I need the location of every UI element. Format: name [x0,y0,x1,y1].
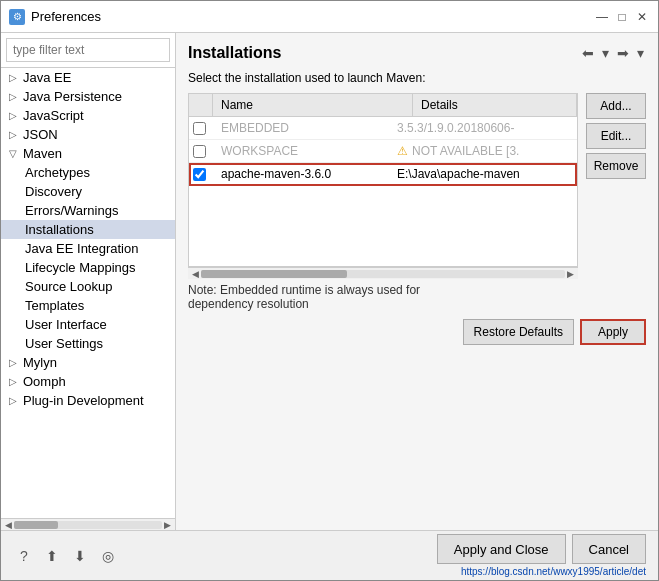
bottom-buttons: Apply and Close Cancel [437,534,646,564]
sidebar-item-java-persistence[interactable]: ▷ Java Persistence [1,87,175,106]
search-box [1,33,175,68]
nav-back-button[interactable]: ⬅ [580,43,596,63]
maximize-button[interactable]: □ [614,9,630,25]
table-wrapper: Name Details EMBEDDED 3.5.3/1.9.0.201806… [188,93,578,267]
td-checkbox [189,141,213,162]
sidebar-item-lifecycle-mappings[interactable]: Lifecycle Mappings [1,258,175,277]
sidebar-item-errors-warnings[interactable]: Errors/Warnings [1,201,175,220]
sidebar-item-label: Archetypes [25,165,90,180]
sidebar-item-javascript[interactable]: ▷ JavaScript [1,106,175,125]
sidebar-item-discovery[interactable]: Discovery [1,182,175,201]
sidebar-item-label: Errors/Warnings [25,203,118,218]
window-title: Preferences [31,9,594,24]
sidebar-item-maven[interactable]: ▽ Maven [1,144,175,163]
sidebar-item-label: Java Persistence [23,89,122,104]
sidebar-item-label: Maven [23,146,62,161]
apply-and-close-button[interactable]: Apply and Close [437,534,566,564]
sidebar-item-java-ee-integration[interactable]: Java EE Integration [1,239,175,258]
sidebar-item-label: Oomph [23,374,66,389]
h-scroll-right[interactable]: ▶ [565,269,576,279]
sidebar-item-json[interactable]: ▷ JSON [1,125,175,144]
scroll-track [14,521,162,529]
h-scroll-left[interactable]: ◀ [190,269,201,279]
table-horizontal-scrollbar[interactable]: ◀ ▶ [188,267,578,279]
note-text: Note: Embedded runtime is always used fo… [188,283,646,311]
remove-button[interactable]: Remove [586,153,646,179]
td-checkbox [189,164,213,185]
settings-icon[interactable]: ◎ [97,545,119,567]
expand-arrow: ▷ [9,395,19,406]
expand-arrow: ▷ [9,91,19,102]
h-scroll-thumb [201,270,347,278]
add-button[interactable]: Add... [586,93,646,119]
table-spacer [189,186,577,266]
help-icon[interactable]: ? [13,545,35,567]
panel-navigation: ⬅ ▾ ➡ ▾ [580,43,646,63]
minimize-button[interactable]: — [594,9,610,25]
sidebar-item-oomph[interactable]: ▷ Oomph [1,372,175,391]
th-checkbox [189,94,213,116]
expand-arrow: ▷ [9,129,19,140]
restore-defaults-button[interactable]: Restore Defaults [463,319,574,345]
apply-button[interactable]: Apply [580,319,646,345]
sidebar-horizontal-scrollbar[interactable]: ◀ ▶ [1,518,175,530]
restore-apply-row: Restore Defaults Apply [188,319,646,345]
sidebar-item-archetypes[interactable]: Archetypes [1,163,175,182]
td-details-embedded: 3.5.3/1.9.0.20180606- [389,117,577,139]
nav-forward-button[interactable]: ➡ [615,43,631,63]
bottom-bar: ? ⬆ ⬇ ◎ Apply and Close Cancel https://b… [1,530,658,580]
td-checkbox [189,118,213,139]
td-details-apache: E:\Java\apache-maven [389,163,577,185]
close-button[interactable]: ✕ [634,9,650,25]
row-checkbox-apache[interactable] [193,168,206,181]
sidebar-item-templates[interactable]: Templates [1,296,175,315]
sidebar-item-label: Discovery [25,184,82,199]
sidebar-item-label: Templates [25,298,84,313]
expand-arrow: ▷ [9,110,19,121]
th-details: Details [413,94,577,116]
scroll-right-arrow[interactable]: ▶ [162,520,173,530]
cancel-button[interactable]: Cancel [572,534,646,564]
sidebar-item-user-settings[interactable]: User Settings [1,334,175,353]
import-icon[interactable]: ⬆ [41,545,63,567]
nav-forward-dropdown-button[interactable]: ▾ [635,43,646,63]
right-panel: Installations ⬅ ▾ ➡ ▾ Select the install… [176,33,658,530]
sidebar-item-installations[interactable]: Installations [1,220,175,239]
table-row: WORKSPACE ⚠NOT AVAILABLE [3. [189,140,577,163]
table-row: EMBEDDED 3.5.3/1.9.0.20180606- [189,117,577,140]
scroll-thumb [14,521,58,529]
export-icon[interactable]: ⬇ [69,545,91,567]
row-checkbox-workspace[interactable] [193,145,206,158]
sidebar-item-mylyn[interactable]: ▷ Mylyn [1,353,175,372]
warning-icon: ⚠ [397,144,408,158]
sidebar-item-label: Plug-in Development [23,393,144,408]
table-row-selected: apache-maven-3.6.0 E:\Java\apache-maven [189,163,577,186]
sidebar-item-label: Java EE Integration [25,241,138,256]
td-name-workspace: WORKSPACE [213,140,389,162]
sidebar-item-plugin-development[interactable]: ▷ Plug-in Development [1,391,175,410]
td-details-workspace: ⚠NOT AVAILABLE [3. [389,140,577,162]
side-buttons: Add... Edit... Remove [586,93,646,279]
expand-arrow: ▷ [9,72,19,83]
sidebar-item-source-lookup[interactable]: Source Lookup [1,277,175,296]
sidebar-item-label: User Interface [25,317,107,332]
h-scroll-track [201,270,565,278]
sidebar-item-label: Lifecycle Mappings [25,260,136,275]
url-hint: https://blog.csdn.net/wwxy1995/article/d… [461,566,646,577]
search-input[interactable] [6,38,170,62]
tree-view: ▷ Java EE ▷ Java Persistence ▷ JavaScrip… [1,68,175,518]
sidebar-item-label: JSON [23,127,58,142]
expand-arrow: ▷ [9,357,19,368]
scroll-left-arrow[interactable]: ◀ [3,520,14,530]
window-controls: — □ ✕ [594,9,650,25]
sidebar-item-user-interface[interactable]: User Interface [1,315,175,334]
panel-header: Installations ⬅ ▾ ➡ ▾ [188,43,646,63]
nav-dropdown-button[interactable]: ▾ [600,43,611,63]
edit-button[interactable]: Edit... [586,123,646,149]
td-name-embedded: EMBEDDED [213,117,389,139]
row-checkbox-embedded[interactable] [193,122,206,135]
expand-arrow: ▷ [9,376,19,387]
table-header: Name Details [189,94,577,117]
sidebar-item-java-ee[interactable]: ▷ Java EE [1,68,175,87]
preferences-window: ⚙ Preferences — □ ✕ ▷ Java EE ▷ [0,0,659,581]
